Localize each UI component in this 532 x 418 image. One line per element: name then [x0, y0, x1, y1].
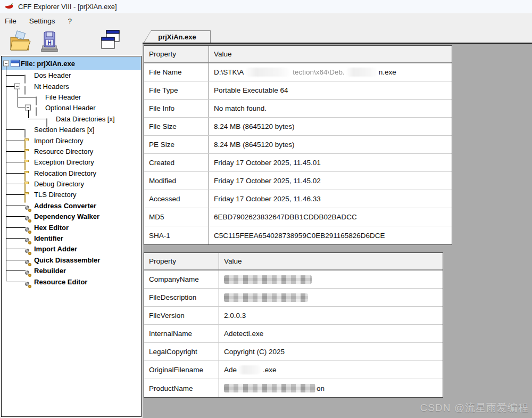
tree-item-label: Relocation Directory: [34, 169, 96, 177]
table-row-file-type[interactable]: File TypePortable Executable 64: [144, 81, 452, 100]
tree-item-label: Debug Directory: [34, 180, 84, 188]
table-row-md5[interactable]: MD56EBD7902623832647DBB1CDDB02BADCC: [144, 208, 452, 226]
property-cell: ProductName: [144, 379, 219, 397]
header-value: Value: [209, 46, 452, 62]
table-row-pe-size[interactable]: PE Size8.24 MB (8645120 bytes): [144, 136, 452, 154]
tree-connector-line: [6, 271, 26, 271]
open-file-button[interactable]: [9, 30, 31, 55]
tree-item-dependency-walker[interactable]: Dependency Walker: [2, 211, 141, 222]
collapse-minus-icon[interactable]: [25, 105, 31, 111]
menu-bar: File Settings ?: [0, 13, 532, 28]
tree-item-resource-editor[interactable]: Resource Editor: [2, 276, 141, 286]
tree-item-address-converter[interactable]: Address Converter: [2, 200, 141, 211]
table-row-internalname[interactable]: InternalNameAdetecti.exe: [144, 325, 443, 343]
table-row-fileversion[interactable]: FileVersion2.0.0.3: [144, 307, 443, 325]
table-row-created[interactable]: CreatedFriday 17 October 2025, 11.45.01: [144, 154, 452, 172]
tree-item-tls-directory[interactable]: TLS Directory: [2, 189, 141, 200]
value-text: Ade: [224, 366, 237, 374]
value-cell: [219, 271, 443, 288]
tab-label: prjXiAn.exe: [144, 31, 210, 43]
table-row-file-info[interactable]: File InfoNo match found.: [144, 100, 452, 118]
tree-item-optional-header[interactable]: Optional Header: [2, 102, 141, 113]
value-cell: Portable Executable 64: [209, 81, 452, 99]
value-cell: on: [219, 379, 443, 397]
tree-item-dos-header[interactable]: Dos Header: [2, 70, 141, 80]
table-row-companyname[interactable]: CompanyName: [144, 271, 443, 289]
table-row-productname[interactable]: ProductNameon: [144, 379, 443, 397]
cascade-windows-button[interactable]: [99, 29, 121, 55]
redacted-smudge: [346, 68, 378, 77]
value-cell: 2.0.0.3: [219, 307, 443, 324]
table-row-file-name[interactable]: File NameD:\STK\Atection\x64\Deb.n.exe: [144, 63, 452, 81]
tab-prjxian[interactable]: prjXiAn.exe: [144, 30, 211, 43]
redacted-smudge: [245, 68, 292, 77]
tree-item-import-adder[interactable]: Import Adder: [2, 243, 141, 254]
tree-item-label: Exception Directory: [34, 158, 94, 166]
tree-item-section-headers-x[interactable]: Section Headers [x]: [2, 124, 141, 135]
tree-item-resource-directory[interactable]: Resource Directory: [2, 146, 141, 157]
tree-connector-line: [6, 194, 26, 195]
property-cell: Accessed: [144, 190, 209, 208]
tree-connector-line: [18, 89, 18, 108]
tree-item-exception-directory[interactable]: Exception Directory: [2, 157, 141, 167]
collapse-minus-icon[interactable]: [14, 83, 20, 89]
property-cell: File Info: [144, 100, 209, 117]
tree-connector-line: [6, 227, 26, 228]
tree-item-file-header[interactable]: File Header: [2, 92, 141, 102]
table-row-legalcopyright[interactable]: LegalCopyrightCopyright (C) 2025: [144, 343, 443, 361]
tree-item-nt-headers[interactable]: Nt Headers: [2, 80, 141, 91]
value-cell: 8.24 MB (8645120 bytes): [209, 118, 452, 135]
title-bar[interactable]: CFF Explorer VIII - [prjXiAn.exe]: [0, 0, 532, 13]
table-row-originalfilename[interactable]: OriginalFilenameAde.exe: [144, 361, 443, 379]
menu-file[interactable]: File: [5, 17, 16, 25]
property-cell: OriginalFilename: [144, 361, 219, 379]
table-row-modified[interactable]: ModifiedFriday 17 October 2025, 11.45.02: [144, 172, 452, 190]
tree-item-rebuilder[interactable]: Rebuilder: [2, 265, 141, 276]
tree-item-identifier[interactable]: Identifier: [2, 233, 141, 243]
tree-connector-line: [6, 173, 26, 174]
tree-item-hex-editor[interactable]: Hex Editor: [2, 222, 141, 232]
value-cell: Ade.exe: [219, 361, 443, 379]
navigation-tree-panel: File: prjXiAn.exeDos HeaderNt HeadersFil…: [1, 56, 142, 417]
menu-help[interactable]: ?: [68, 17, 72, 25]
app-pepper-icon: [4, 3, 14, 11]
tree-connector-line: [6, 86, 14, 87]
value-text: n.exe: [379, 68, 396, 76]
tree-item-label: Dos Header: [34, 71, 71, 79]
redacted-mosaic: [224, 275, 312, 284]
tree-item-file-prjxian-exe[interactable]: File: prjXiAn.exe: [2, 57, 141, 70]
value-text: Adetecti.exe: [224, 330, 263, 338]
header-property: Property: [144, 46, 209, 62]
redacted-mosaic: [224, 293, 308, 302]
open-folder-icon: [9, 30, 31, 53]
value-cell: C5C115FEEA654028738959C0EB291165826D6DCE: [209, 226, 452, 244]
table-row-sha-1[interactable]: SHA-1C5C115FEEA654028738959C0EB291165826…: [144, 226, 452, 244]
tree-connector-line: [6, 141, 26, 141]
table-row-accessed[interactable]: AccessedFriday 17 October 2025, 11.46.33: [144, 190, 452, 208]
tree-item-data-directories-x[interactable]: Data Directories [x]: [2, 113, 141, 124]
save-file-button[interactable]: H: [38, 30, 60, 55]
tree-item-label: Rebuilder: [34, 267, 66, 275]
table-row-file-size[interactable]: File Size8.24 MB (8645120 bytes): [144, 118, 452, 136]
file-info-body: File NameD:\STK\Atection\x64\Deb.n.exeFi…: [144, 63, 452, 244]
tree-connector-line: [6, 282, 26, 282]
tree-item-debug-directory[interactable]: Debug Directory: [2, 178, 141, 189]
save-floppy-icon: H: [38, 30, 60, 53]
version-info-table: Property Value CompanyNameFileDescriptio…: [144, 252, 443, 398]
tree-item-label: TLS Directory: [34, 191, 76, 199]
menu-settings[interactable]: Settings: [29, 17, 55, 25]
value-cell: Copyright (C) 2025: [219, 343, 443, 360]
collapse-minus-icon[interactable]: [3, 61, 9, 67]
table-row-filedescription[interactable]: FileDescription: [144, 289, 443, 307]
value-text: Friday 17 October 2025, 11.45.01: [214, 159, 321, 167]
tree-connector-line: [28, 110, 29, 118]
value-text: 8.24 MB (8645120 bytes): [214, 122, 295, 130]
version-info-body: CompanyNameFileDescriptionFileVersion2.0…: [144, 271, 443, 397]
value-cell: [219, 289, 443, 306]
tree-connector-line: [28, 119, 47, 119]
value-cell: Friday 17 October 2025, 11.45.01: [209, 154, 452, 171]
tree-item-relocation-directory[interactable]: Relocation Directory: [2, 168, 141, 178]
value-cell: D:\STK\Atection\x64\Deb.n.exe: [209, 63, 452, 81]
tree-item-quick-disassembler[interactable]: Quick Disassembler: [2, 255, 141, 265]
tree-item-import-directory[interactable]: Import Directory: [2, 135, 141, 145]
